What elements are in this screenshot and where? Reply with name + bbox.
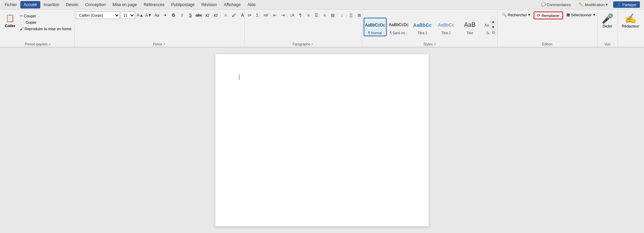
paste-icon: 📋 [5,13,16,24]
para-sep3 [337,13,338,18]
font-family-select[interactable]: Calibri (Corps) [76,12,120,19]
line-spacing-button[interactable]: ↕ [338,12,346,19]
menu-insertion[interactable]: Insertion [40,1,63,8]
border-button[interactable]: ⊞ [356,12,363,19]
menu-accueil[interactable]: Accueil [20,1,40,8]
styles-scroll-up[interactable]: ▲ [491,19,496,24]
styles-expand-icon[interactable]: ↗ [433,43,436,46]
align-center-button[interactable]: ☰ [313,12,320,19]
paragraph-group-content: ≡• 1. ≡# ⇤ ⇥ ↕A ¶ ≡ ☰ ≡ ▤ [246,12,361,42]
highlight-button[interactable]: 🖊 [230,12,238,19]
styles-expand[interactable]: ⊡ [491,30,496,35]
show-marks-button[interactable]: ¶ [297,12,304,19]
menu-aide[interactable]: Aide [244,1,259,8]
partager-icon: 👤 [617,2,621,7]
style-normal[interactable]: AaBbCcDc ¶ Normal [364,18,387,36]
selectionner-button[interactable]: ▦ Sélectionner ▾ [564,12,598,18]
edition-group: 🔍 Rechercher ▾ ⟳ Remplacer ▦ Sélectionne… [498,10,598,47]
shading-button[interactable]: ▒ [347,12,355,19]
style-sans-interligne[interactable]: AaBbCcDc ¶ Sans int... [387,18,410,36]
menu-publipostage[interactable]: Publipostage [168,1,198,8]
style-titre1-label: Titre 1 [418,31,427,35]
menu-dessin[interactable]: Dessin [63,1,82,8]
decrease-font-button[interactable]: A▼ [145,12,152,19]
rechercher-button[interactable]: 🔍 Rechercher ▾ [499,12,533,18]
subscript-button[interactable]: x2 [203,12,211,19]
modification-button[interactable]: ✏️ Modification ▾ [576,2,610,7]
clipboard-expand-icon[interactable]: ↗ [48,43,51,46]
ribbon-content: 📋 Coller ✂ Couper 📄 Copier 🖌 [0,9,644,47]
paste-button[interactable]: 📋 Coller [3,12,18,29]
menu-mise-en-page[interactable]: Mise en page [109,1,140,8]
paste-label: Coller [5,24,15,28]
font-row2: G I S abc x2 x2 A 🖊 A [170,12,246,19]
font-size-select[interactable]: 11 [121,12,135,19]
paragraph-expand-icon[interactable]: ↗ [311,43,314,46]
styles-gallery: AaBbCcDc ¶ Normal AaBbCcDc ¶ Sans int...… [364,12,489,42]
voice-group-content: 🎤 Dicter [599,12,616,42]
style-titre-label: Titre [467,31,473,35]
increase-indent-button[interactable]: ⇥ [279,12,287,19]
clipboard-group-label: Presse-papiers ↗ [3,42,73,47]
text-color-button[interactable]: A [222,12,229,19]
change-case-button[interactable]: Aa [153,12,160,19]
superscript-button[interactable]: x2 [212,12,219,19]
style-titre1[interactable]: AaBbCc Titre 1 [411,18,434,36]
numbering-button[interactable]: 1. [254,12,261,19]
para-sep4 [346,13,347,18]
redacteur-group: ✍️ Rédacteur [618,10,643,47]
clear-format-button[interactable]: ✦ [162,12,169,19]
redacteur-group-label [619,46,641,47]
style-titre2-preview: AaBbCc [436,19,456,31]
style-titre[interactable]: AaB Titre [458,18,481,36]
search-icon: 🔍 [502,13,507,17]
align-left-button[interactable]: ≡ [305,12,312,19]
select-icon: ▦ [566,13,570,17]
bullets-button[interactable]: ≡• [246,12,253,19]
style-sans-interligne-preview: AaBbCcDc [389,19,409,31]
style-titre2[interactable]: AaBbCc Titre 2 [435,18,458,36]
reproduire-button[interactable]: 🖌 Reproduire la mise en forme [18,26,73,32]
justify-button[interactable]: ▤ [329,12,337,19]
menu-affichage[interactable]: Affichage [220,1,244,8]
sort-button[interactable]: ↕A [288,12,296,19]
font-expand-icon[interactable]: ↗ [163,43,166,46]
para-row2: ≡ ☰ ≡ ▤ ↕ ▒ ⊞ [305,12,363,19]
remplacer-button[interactable]: ⟳ Remplacer [534,12,563,19]
strikethrough-button[interactable]: abc [195,12,202,19]
copier-button[interactable]: 📄 Copier [18,19,73,25]
rechercher-arrow: ▾ [528,13,530,17]
app-window: Fichier Accueil Insertion Dessin Concept… [0,0,644,233]
style-titre2-label: Titre 2 [442,31,451,35]
menu-references[interactable]: Références [140,1,168,8]
increase-font-button[interactable]: A▲ [136,12,144,19]
para-sep2 [287,13,288,18]
underline-button[interactable]: S [187,12,194,19]
font-group-label: Police ↗ [76,42,242,47]
italic-button[interactable]: I [178,12,186,19]
styles-group-label: Styles ↗ [364,42,496,47]
menu-revision[interactable]: Révision [198,1,220,8]
couper-button[interactable]: ✂ Couper [18,13,73,19]
commentaires-button[interactable]: 💬 Commentaires [538,2,574,7]
style-sous-titre[interactable]: AaBbCcDc Sous-titre [482,18,489,36]
edition-group-label: Édition [499,42,596,47]
font-group: Calibri (Corps) 11 A▲ A▼ Aa ✦ G I S [74,10,244,47]
partager-button[interactable]: 👤 Partager [613,1,640,8]
menu-conception[interactable]: Conception [82,1,109,8]
multilevel-list-button[interactable]: ≡# [262,12,270,19]
style-titre-preview: AaB [460,19,480,31]
decrease-indent-button[interactable]: ⇤ [271,12,279,19]
bold-button[interactable]: G [170,12,177,19]
styles-scroll-down[interactable]: ▼ [491,24,496,30]
menu-fichier[interactable]: Fichier [1,1,20,8]
microphone-icon: 🎤 [602,13,614,24]
dicter-button[interactable]: 🎤 Dicter [599,12,616,30]
para-sep1 [270,13,271,18]
redacteur-button[interactable]: ✍️ Rédacteur [619,12,642,30]
style-sous-titre-label: Sous-titre [486,31,489,35]
text-cursor [239,75,239,80]
style-normal-preview: AaBbCcDc [366,19,385,31]
document-page[interactable] [215,54,429,226]
align-right-button[interactable]: ≡ [321,12,328,19]
